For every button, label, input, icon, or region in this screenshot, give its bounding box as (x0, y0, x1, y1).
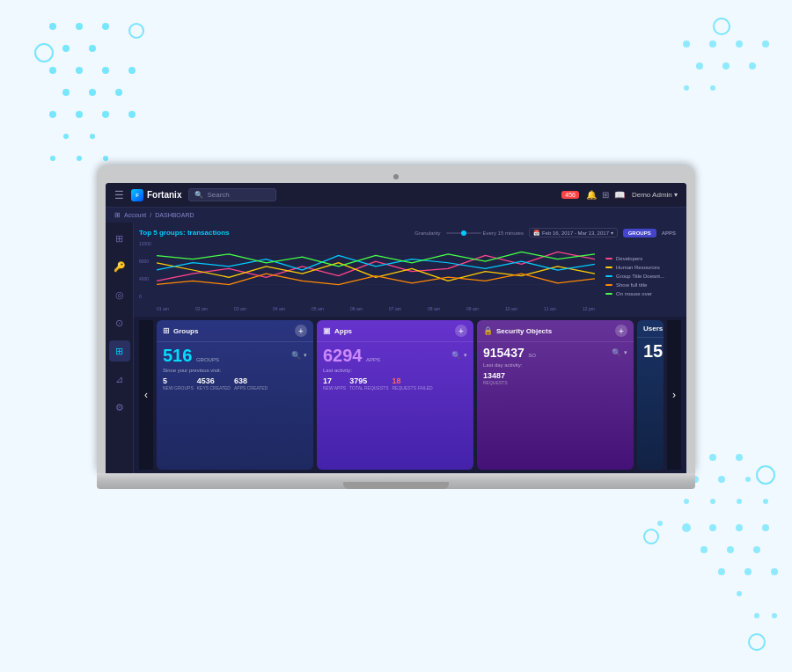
apps-since-label: Last activity: (323, 368, 467, 373)
breadcrumb-icon: ⊞ (114, 211, 121, 219)
security-dropdown[interactable]: ▾ (624, 349, 627, 356)
book-icon[interactable]: 📖 (614, 190, 625, 200)
apps-card-title: Apps (334, 327, 352, 335)
tab-apps[interactable]: APPS (656, 229, 681, 237)
groups-controls: 🔍 ▾ (291, 351, 307, 360)
svg-point-57 (129, 24, 143, 38)
svg-point-6 (76, 67, 83, 74)
apps-stat-label-1: TOTAL REQUESTS (349, 385, 388, 391)
legend-label-show-full: Show full title (616, 282, 647, 288)
sidebar-item-groups[interactable]: ⊞ (109, 340, 130, 362)
legend-label-mouse-over: On mouse over (616, 291, 652, 296)
svg-point-17 (90, 134, 95, 139)
x-label-4: 04 am (273, 306, 285, 311)
svg-point-13 (76, 111, 83, 118)
svg-point-2 (102, 23, 109, 30)
groups-stat-0: 5 NEW GROUPS (163, 376, 194, 391)
sidebar-item-settings[interactable]: ⚙ (109, 397, 130, 418)
grid-icon[interactable]: ⊞ (602, 190, 609, 200)
groups-search-icon[interactable]: 🔍 (291, 351, 301, 360)
sidebar-item-reports[interactable]: ⊿ (109, 369, 130, 390)
svg-point-15 (128, 111, 136, 118)
svg-point-3 (62, 45, 70, 52)
groups-stat-label-2: APPS CREATED (234, 385, 268, 391)
svg-point-18 (50, 156, 55, 161)
groups-dropdown[interactable]: ▾ (304, 352, 307, 359)
chart-title: Top 5 groups: transactions (139, 229, 230, 237)
svg-point-20 (103, 156, 108, 161)
svg-point-36 (718, 476, 725, 483)
groups-unit: GROUPS (196, 357, 219, 362)
next-arrow[interactable]: › (667, 320, 681, 470)
legend-dot-show-full (605, 284, 612, 286)
legend-dot-group-title (605, 275, 612, 277)
legend-dot-mouse-over (605, 293, 612, 295)
groups-stat-label-1: KEYS CREATED (197, 385, 231, 391)
chart-header: Top 5 groups: transactions Granularity E… (139, 228, 681, 237)
granularity-slider[interactable]: Every 15 minutes (446, 230, 524, 236)
security-add-button[interactable]: + (615, 325, 627, 337)
nav-icons: 🔔 ⊞ 📖 (586, 190, 625, 200)
apps-dropdown[interactable]: ▾ (464, 352, 467, 359)
sidebar-item-dashboard[interactable]: ⊞ (109, 228, 130, 249)
date-range[interactable]: 📅 Feb 16, 2017 - Mar 13, 2017 ▾ (529, 228, 618, 237)
svg-point-37 (745, 477, 751, 482)
apps-search-icon[interactable]: 🔍 (451, 351, 461, 360)
groups-stat-num-0: 5 (163, 376, 194, 385)
laptop-screen-outer: ☰ F Fortanix 🔍 Search 456 🔔 ⊞ 📖 (97, 165, 695, 473)
nav-user[interactable]: Demo Admin ▾ (632, 191, 678, 199)
apps-controls: 🔍 ▾ (451, 351, 467, 360)
svg-point-16 (63, 134, 69, 139)
chart-body: 12000 8000 4000 0 (139, 241, 681, 311)
svg-point-40 (737, 499, 742, 504)
logo: F Fortanix (131, 189, 181, 201)
svg-point-29 (710, 85, 715, 91)
apps-stat-label-2: REQUESTS FAILED (392, 385, 433, 391)
svg-point-55 (772, 613, 777, 618)
sidebar-item-apps[interactable]: ⊙ (109, 312, 130, 333)
navbar: ☰ F Fortanix 🔍 Search 456 🔔 ⊞ 📖 (106, 183, 686, 208)
card-security-body: 915437 SO 🔍 ▾ Last day activity: (477, 342, 634, 470)
card-groups-header: ⊞ Groups + (157, 320, 313, 342)
groups-card-title: Groups (173, 327, 198, 335)
svg-point-25 (696, 62, 703, 69)
svg-point-56 (35, 44, 53, 62)
card-users: Users 15 (637, 320, 664, 470)
prev-arrow[interactable]: ‹ (139, 320, 153, 470)
groups-stat-1: 4536 KEYS CREATED (197, 376, 231, 391)
groups-add-button[interactable]: + (295, 325, 307, 337)
chart-graph: 12000 8000 4000 0 (139, 241, 595, 311)
apps-stat-1: 3795 TOTAL REQUESTS (349, 376, 388, 391)
svg-point-44 (709, 524, 716, 531)
sidebar-item-keys[interactable]: 🔑 (109, 256, 130, 277)
apps-stat-num-1: 3795 (349, 376, 388, 385)
svg-point-59 (757, 466, 774, 484)
apps-add-button[interactable]: + (455, 325, 467, 337)
security-search-icon[interactable]: 🔍 (612, 348, 621, 357)
search-box[interactable]: 🔍 Search (188, 188, 276, 201)
svg-point-7 (102, 67, 109, 74)
users-card-title: Users (643, 325, 663, 332)
users-big-number: 15 (643, 341, 663, 361)
hamburger-icon[interactable]: ☰ (114, 189, 124, 201)
notifications-icon[interactable]: 🔔 (586, 190, 597, 200)
security-big-number: 915437 (483, 346, 524, 360)
tab-groups[interactable]: GROUPS (623, 229, 656, 237)
legend-item-group-title: Group Title Doesnt... (605, 274, 681, 279)
legend-item-show-full: Show full title (605, 282, 681, 288)
apps-stat-label-0: NEW APPS (323, 385, 346, 391)
legend-dot-hr (605, 267, 612, 268)
apps-number-row: 6294 APPS 🔍 ▾ (323, 347, 467, 364)
card-security: 🔒 Security Objects + 915437 (477, 320, 634, 470)
sidebar-item-objects[interactable]: ◎ (109, 284, 130, 305)
calendar-icon: 📅 (533, 230, 539, 236)
logo-text: Fortanix (147, 190, 181, 200)
breadcrumb-account[interactable]: Account (124, 212, 146, 218)
apps-card-icon: ▣ (323, 326, 331, 335)
apps-big-number: 6294 (323, 346, 363, 365)
security-stat-0: 13487 REQUESTS (483, 371, 508, 385)
apps-number-area: 6294 APPS (323, 347, 380, 364)
svg-point-0 (49, 23, 56, 30)
svg-point-61 (749, 634, 765, 650)
svg-point-52 (771, 568, 778, 575)
